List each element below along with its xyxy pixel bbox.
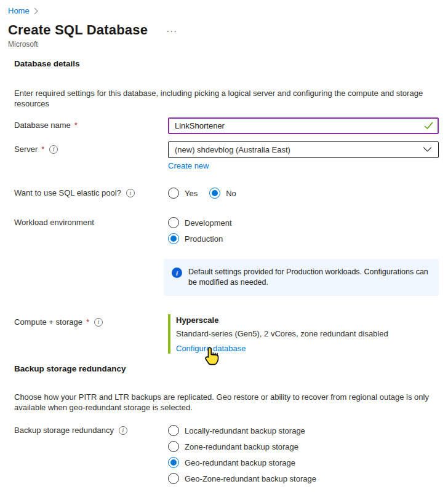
section-title-backup: Backup storage redundancy — [14, 364, 439, 373]
compute-tier-summary: Hyperscale Standard-series (Gen5), 2 vCo… — [168, 314, 439, 354]
configure-database-link[interactable]: Configure database — [176, 344, 246, 353]
backup-radio-zone-redundant[interactable]: Zone-redundant backup storage — [168, 440, 439, 453]
breadcrumb-home-link[interactable]: Home — [8, 6, 30, 15]
section-title-database-details: Database details — [14, 59, 439, 68]
info-box-row: Default settings provided for Production… — [14, 259, 439, 296]
page-header: Create SQL Database ··· — [8, 22, 439, 38]
radio-checked-icon — [168, 233, 179, 244]
radio-checked-icon — [209, 188, 220, 199]
chevron-down-icon — [423, 145, 432, 154]
workload-environment-label: Workload environment — [14, 215, 168, 227]
create-new-server-link[interactable]: Create new — [168, 161, 209, 170]
radio-icon — [168, 188, 179, 199]
backup-radio-geo-zone-redundant[interactable]: Geo-Zone-redundant backup storage — [168, 472, 439, 485]
server-dropdown[interactable]: (new) shdevblog (Australia East) — [168, 141, 439, 158]
info-filled-icon — [172, 268, 182, 278]
info-box: Default settings provided for Production… — [164, 259, 439, 296]
required-asterisk: * — [74, 121, 78, 130]
page-title: Create SQL Database — [8, 22, 148, 38]
create-sql-database-page: Home Create SQL Database ··· Microsoft D… — [0, 0, 448, 485]
elastic-pool-label: Want to use SQL elastic pool? — [14, 185, 168, 197]
database-name-row: Database name* — [14, 117, 439, 134]
compute-tier-config: Standard-series (Gen5), 2 vCores, zone r… — [176, 329, 439, 338]
required-asterisk: * — [86, 317, 89, 327]
info-icon[interactable] — [119, 426, 127, 435]
radio-icon — [168, 441, 179, 452]
database-name-input[interactable] — [168, 117, 439, 134]
elastic-pool-radio-yes[interactable]: Yes — [168, 187, 198, 199]
chevron-right-icon — [34, 7, 39, 15]
database-name-label: Database name* — [14, 117, 168, 130]
server-row: Server* (new) shdevblog (Australia East)… — [14, 141, 439, 171]
compute-storage-row: Compute + storage* Hyperscale Standard-s… — [14, 314, 439, 354]
info-icon[interactable] — [126, 189, 135, 197]
elastic-pool-radio-no[interactable]: No — [209, 187, 236, 199]
compute-storage-label: Compute + storage* — [14, 314, 168, 327]
backup-section-description: Choose how your PITR and LTR backups are… — [14, 392, 435, 413]
breadcrumb: Home — [8, 6, 439, 15]
backup-redundancy-label: Backup storage redundancy — [14, 423, 168, 435]
info-icon[interactable] — [49, 145, 58, 154]
info-box-text: Default settings provided for Production… — [188, 267, 428, 288]
required-asterisk: * — [41, 145, 44, 154]
backup-redundancy-row: Backup storage redundancy Locally-redund… — [14, 423, 439, 485]
radio-icon — [168, 473, 179, 484]
publisher-label: Microsoft — [8, 40, 439, 49]
workload-environment-row: Workload environment Development Product… — [14, 215, 439, 245]
info-icon[interactable] — [94, 318, 103, 327]
elastic-pool-row: Want to use SQL elastic pool? Yes No — [14, 185, 439, 199]
valid-check-icon — [424, 121, 433, 132]
database-details-description: Enter required settings for this databas… — [14, 88, 435, 109]
workload-radio-production[interactable]: Production — [168, 232, 439, 245]
more-actions-button[interactable]: ··· — [164, 25, 180, 36]
workload-radio-development[interactable]: Development — [168, 216, 439, 229]
server-dropdown-value: (new) shdevblog (Australia East) — [175, 145, 290, 154]
compute-tier-name: Hyperscale — [176, 314, 439, 325]
server-label: Server* — [14, 141, 168, 154]
backup-radio-locally-redundant[interactable]: Locally-redundant backup storage — [168, 424, 439, 437]
radio-icon — [168, 425, 179, 436]
backup-radio-geo-redundant[interactable]: Geo-redundant backup storage — [168, 456, 439, 469]
radio-icon — [168, 217, 179, 228]
radio-checked-icon — [168, 457, 179, 468]
